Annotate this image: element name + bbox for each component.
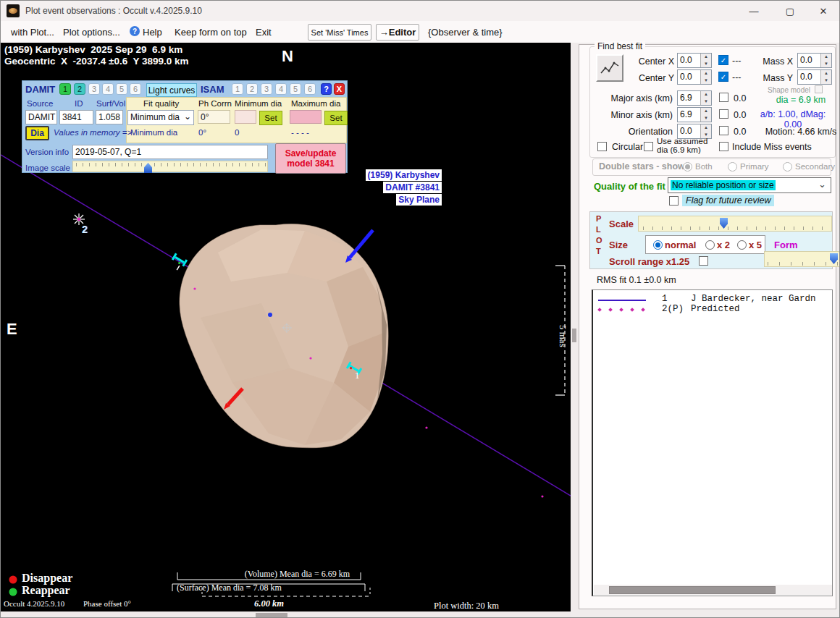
dia-button[interactable]: Dia xyxy=(25,126,49,140)
spinner-up-icon[interactable]: ▲ xyxy=(701,54,711,61)
isam-tab-1[interactable]: 1 xyxy=(232,83,243,95)
surfvol-field[interactable]: 1.058 xyxy=(96,110,123,124)
isam-tab-5[interactable]: 5 xyxy=(290,83,301,95)
form-opacity-slider[interactable] xyxy=(764,251,840,267)
double-stars-secondary-radio[interactable] xyxy=(783,162,792,172)
menu-exit[interactable]: Exit xyxy=(256,27,272,38)
plot-vscrollbar-thumb[interactable] xyxy=(572,329,576,342)
spinner-up-icon[interactable]: ▲ xyxy=(701,124,711,132)
fit-quality-dropdown[interactable]: Minimum dia ⌄ xyxy=(127,110,194,125)
mass-x-spinner[interactable]: 0.0 ▲▼ xyxy=(797,53,832,68)
plot-hscrollbar-thumb[interactable] xyxy=(256,613,287,618)
observation-row-name[interactable]: J Bardecker, near Gardn xyxy=(691,294,816,304)
double-stars-primary-radio[interactable] xyxy=(728,162,737,172)
image-scale-slider[interactable] xyxy=(72,161,268,172)
flag-review-label: Flag for future review xyxy=(682,195,774,206)
minimize-icon[interactable]: — xyxy=(738,1,770,21)
list-hscrollbar-thumb[interactable] xyxy=(609,586,776,594)
scale-slider[interactable] xyxy=(638,216,832,232)
damit-tab-4[interactable]: 4 xyxy=(102,83,114,95)
size-x2-radio[interactable] xyxy=(705,240,715,250)
double-stars-primary-label: Primary xyxy=(740,162,769,171)
spinner-up-icon[interactable]: ▲ xyxy=(701,108,711,115)
mass-y-spinner[interactable]: 0.0 ▲▼ xyxy=(797,69,832,85)
center-y-spinner[interactable]: 0.0 ▲▼ xyxy=(677,69,712,85)
spinner-down-icon[interactable]: ▼ xyxy=(701,77,711,85)
set-miss-times-button[interactable]: Set 'Miss' Times xyxy=(308,24,371,41)
damit-tab-3[interactable]: 3 xyxy=(88,83,100,95)
close-icon[interactable]: ✕ xyxy=(807,1,839,21)
scroll-range-checkbox[interactable] xyxy=(699,256,708,266)
spinner-down-icon[interactable]: ▼ xyxy=(821,77,831,85)
spinner-up-icon[interactable]: ▲ xyxy=(821,54,831,61)
quality-combobox[interactable]: No reliable position or size ⌄ xyxy=(668,177,831,193)
isam-tab-2[interactable]: 2 xyxy=(246,83,258,95)
col-surfvol: Surf/Vol xyxy=(96,99,125,108)
size-normal-radio[interactable] xyxy=(653,240,663,250)
set-min-dia-button[interactable]: Set xyxy=(259,111,282,125)
center-y-fit-checkbox[interactable]: ✓ xyxy=(718,72,728,82)
save-update-model-button[interactable]: Save/update model 3841 xyxy=(275,143,346,174)
min-dia-field[interactable] xyxy=(235,110,256,124)
damit-close-button[interactable]: X xyxy=(334,83,345,95)
center-x-spinner[interactable]: 0.0 ▲▼ xyxy=(677,53,712,68)
spinner-down-icon[interactable]: ▼ xyxy=(821,61,831,68)
flag-review-checkbox[interactable] xyxy=(669,196,679,206)
editor-button[interactable]: →Editor xyxy=(376,24,419,41)
isam-tab-6[interactable]: 6 xyxy=(304,83,316,95)
minor-axis-checkbox[interactable] xyxy=(719,109,728,119)
observation-row-num[interactable]: 2(P) xyxy=(662,304,684,314)
damit-title: DAMIT xyxy=(25,84,55,95)
chevron-down-icon[interactable]: ⌄ xyxy=(818,179,826,190)
minor-axis-spinner[interactable]: 6.9 ▲▼ xyxy=(677,107,712,122)
ph-corrn-field[interactable]: 0° xyxy=(198,110,230,124)
size-x5-radio[interactable] xyxy=(737,240,747,250)
include-miss-checkbox[interactable] xyxy=(719,142,728,151)
maximize-icon[interactable]: ▢ xyxy=(774,1,806,21)
menu-keep-on-top[interactable]: Keep form on top xyxy=(175,27,247,38)
spinner-down-icon[interactable]: ▼ xyxy=(701,115,711,122)
spinner-up-icon[interactable]: ▲ xyxy=(701,91,711,98)
spinner-up-icon[interactable]: ▲ xyxy=(701,70,711,77)
menu-help[interactable]: Help xyxy=(143,27,162,38)
sky-plane-plot[interactable]: 5 mas (1959) Karbyshev 2025 Sep 29 6.9 k… xyxy=(1,43,571,611)
menu-with-plot[interactable]: with Plot... xyxy=(11,27,54,38)
observation-row-num[interactable]: 1 xyxy=(662,294,668,304)
isam-tab-3[interactable]: 3 xyxy=(261,83,272,95)
circular-checkbox[interactable] xyxy=(597,142,607,151)
isam-tab-4[interactable]: 4 xyxy=(275,83,287,95)
chevron-down-icon[interactable]: ⌄ xyxy=(184,111,191,122)
observations-list[interactable]: 1 J Bardecker, near Gardn 2(P) Predicted xyxy=(592,289,833,596)
major-axis-checkbox[interactable] xyxy=(719,93,728,102)
version-info-field[interactable]: 2019-05-07, Q=1 xyxy=(72,145,268,159)
spinner-down-icon[interactable]: ▼ xyxy=(701,98,711,106)
damit-tab-1[interactable]: 1 xyxy=(59,83,71,95)
spinner-down-icon[interactable]: ▼ xyxy=(701,61,711,68)
fit-chart-button[interactable] xyxy=(596,54,623,82)
source-field[interactable]: DAMIT xyxy=(25,110,57,124)
version-info-label: Version info xyxy=(25,148,69,156)
spinner-up-icon[interactable]: ▲ xyxy=(821,70,831,77)
damit-tab-5[interactable]: 5 xyxy=(116,83,127,95)
orientation-checkbox[interactable] xyxy=(719,126,728,135)
use-assumed-dia-checkbox[interactable] xyxy=(644,142,653,151)
set-max-dia-button[interactable]: Set xyxy=(324,111,348,125)
id-field[interactable]: 3841 xyxy=(59,110,93,124)
help-icon[interactable]: ? xyxy=(130,26,140,36)
menu-plot-options[interactable]: Plot options... xyxy=(63,27,120,38)
double-stars-both-radio[interactable] xyxy=(683,162,692,172)
shape-model-checkbox[interactable] xyxy=(815,85,823,93)
major-axis-spinner[interactable]: 6.9 ▲▼ xyxy=(677,90,712,106)
light-curves-button[interactable]: Light curves xyxy=(146,83,197,97)
size-normal-label: normal xyxy=(665,240,696,250)
list-hscrollbar[interactable] xyxy=(594,585,832,595)
damit-tab-2[interactable]: 2 xyxy=(74,83,85,95)
center-x-fit-checkbox[interactable]: ✓ xyxy=(718,55,728,65)
damit-tab-6[interactable]: 6 xyxy=(130,83,141,95)
plot-hscrollbar[interactable] xyxy=(1,611,571,618)
size-label: Size xyxy=(609,240,628,250)
observation-row-name[interactable]: Predicted xyxy=(691,304,740,314)
damit-help-button[interactable]: ? xyxy=(321,83,332,95)
max-dia-field[interactable] xyxy=(290,110,322,124)
plot-vscrollbar[interactable] xyxy=(571,43,578,611)
